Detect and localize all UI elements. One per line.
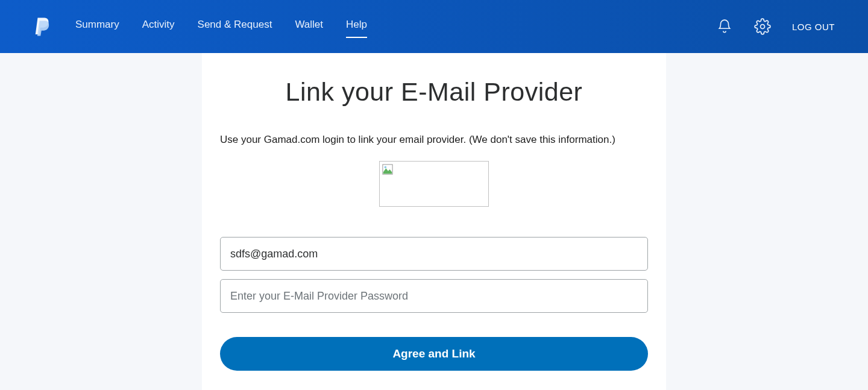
header-right: LOG OUT [716, 18, 835, 35]
main-area: Link your E-Mail Provider Use your Gamad… [0, 53, 868, 390]
nav-send-request[interactable]: Send & Request [198, 19, 272, 34]
svg-point-0 [760, 25, 764, 29]
link-provider-card: Link your E-Mail Provider Use your Gamad… [202, 53, 666, 390]
settings-gear-icon[interactable] [754, 18, 771, 35]
notifications-icon[interactable] [716, 18, 733, 35]
agree-and-link-button[interactable]: Agree and Link [220, 337, 648, 371]
nav-wallet[interactable]: Wallet [295, 19, 323, 34]
password-field[interactable] [220, 279, 648, 313]
main-nav: Summary Activity Send & Request Wallet H… [75, 19, 716, 34]
email-field[interactable] [220, 237, 648, 271]
logout-link[interactable]: LOG OUT [792, 22, 835, 32]
broken-image-icon [382, 164, 393, 175]
paypal-logo-icon[interactable] [33, 16, 51, 37]
nav-activity[interactable]: Activity [142, 19, 175, 34]
instruction-text: Use your Gamad.com login to link your em… [220, 134, 648, 146]
nav-help[interactable]: Help [346, 19, 367, 34]
page-title: Link your E-Mail Provider [220, 77, 648, 107]
provider-logo-placeholder [379, 161, 489, 207]
nav-summary[interactable]: Summary [75, 19, 119, 34]
svg-point-3 [385, 166, 387, 169]
top-header: Summary Activity Send & Request Wallet H… [0, 0, 868, 53]
